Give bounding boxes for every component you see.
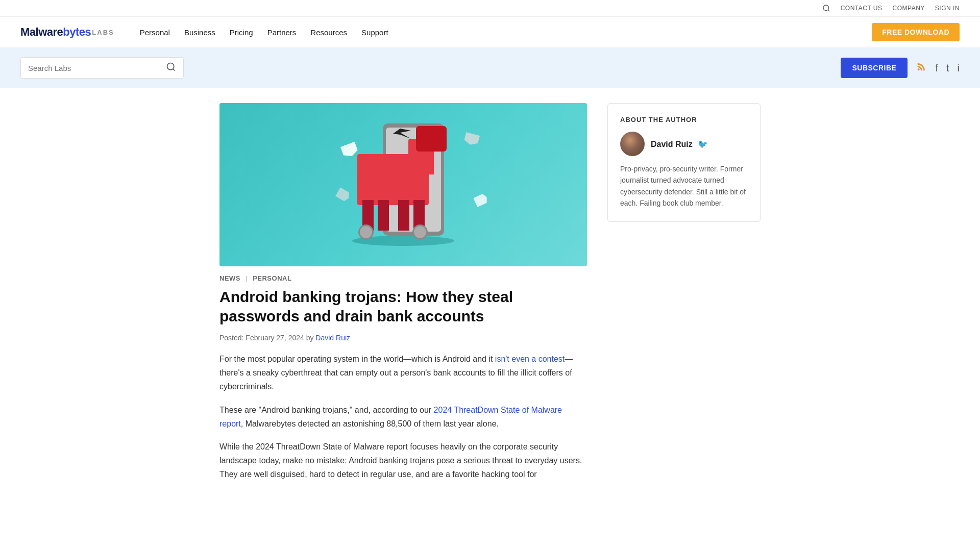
author-avatar [620, 132, 645, 156]
body-paragraph-3: While the 2024 ThreatDown State of Malwa… [219, 440, 587, 482]
contact-us-link[interactable]: CONTACT US [841, 5, 883, 12]
nav-resources[interactable]: Resources [310, 28, 347, 37]
top-bar: CONTACT US COMPANY SIGN IN [0, 0, 980, 17]
body-link-1[interactable]: isn't even a contest [495, 355, 565, 363]
article-meta: Posted: February 27, 2024 by David Ruiz [219, 334, 587, 342]
article-title: Android banking trojans: How they steal … [219, 287, 587, 325]
nav-pricing[interactable]: Pricing [230, 28, 253, 37]
author-card-title: ABOUT THE AUTHOR [620, 116, 748, 123]
nav-business[interactable]: Business [184, 28, 215, 37]
logo-text: Malwarebytes [20, 26, 91, 39]
author-twitter-icon[interactable]: 🐦 [698, 140, 708, 148]
svg-point-0 [823, 5, 829, 11]
search-icon[interactable] [166, 62, 176, 74]
top-search[interactable] [822, 4, 830, 12]
author-link[interactable]: David Ruiz [315, 334, 350, 342]
free-download-button[interactable]: FREE DOWNLOAD [872, 23, 960, 41]
author-name: David Ruiz [651, 140, 693, 148]
body-paragraph-1: For the most popular operating system in… [219, 352, 587, 394]
author-card: ABOUT THE AUTHOR David Ruiz 🐦 Pro-privac… [607, 103, 761, 222]
sign-in-link[interactable]: SIGN IN [935, 5, 960, 12]
nav-support[interactable]: Support [361, 28, 388, 37]
nav-links: Personal Business Pricing Partners Resou… [140, 28, 857, 37]
svg-line-3 [173, 69, 175, 71]
author-name-wrap: David Ruiz 🐦 [651, 139, 708, 149]
company-link[interactable]: COMPANY [893, 5, 925, 12]
sidebar: ABOUT THE AUTHOR David Ruiz 🐦 Pro-privac… [607, 103, 761, 491]
article-tags: NEWS | PERSONAL [219, 274, 587, 282]
nav-partners[interactable]: Partners [267, 28, 297, 37]
twitter-icon[interactable]: t [946, 62, 949, 74]
search-bar-right: SUBSCRIBE f t i [841, 58, 960, 78]
tag-news[interactable]: NEWS [219, 274, 240, 282]
article-main: NEWS | PERSONAL Android banking trojans:… [219, 103, 587, 491]
rss-icon[interactable] [916, 61, 927, 74]
logo-labs: LABS [92, 29, 114, 36]
search-input[interactable] [28, 64, 162, 72]
svg-point-2 [167, 63, 174, 70]
linkedin-icon[interactable]: i [958, 62, 960, 74]
main-nav: Malwarebytes LABS Personal Business Pric… [0, 17, 980, 48]
content-area: NEWS | PERSONAL Android banking trojans:… [209, 103, 771, 491]
author-bio: Pro-privacy, pro-security writer. Former… [620, 163, 748, 209]
hero-image [219, 103, 587, 266]
article-body: For the most popular operating system in… [219, 352, 587, 482]
tag-separator: | [246, 274, 248, 282]
search-input-wrap[interactable] [20, 57, 184, 79]
nav-personal[interactable]: Personal [140, 28, 170, 37]
search-bar: SUBSCRIBE f t i [0, 48, 980, 88]
facebook-icon[interactable]: f [935, 62, 938, 74]
body-paragraph-2: These are "Android banking trojans," and… [219, 403, 587, 431]
tag-personal[interactable]: PERSONAL [253, 274, 291, 282]
logo[interactable]: Malwarebytes LABS [20, 26, 114, 39]
trojan-illustration [327, 113, 480, 256]
svg-line-1 [828, 10, 829, 11]
author-info: David Ruiz 🐦 [620, 132, 748, 156]
subscribe-button[interactable]: SUBSCRIBE [841, 58, 908, 78]
